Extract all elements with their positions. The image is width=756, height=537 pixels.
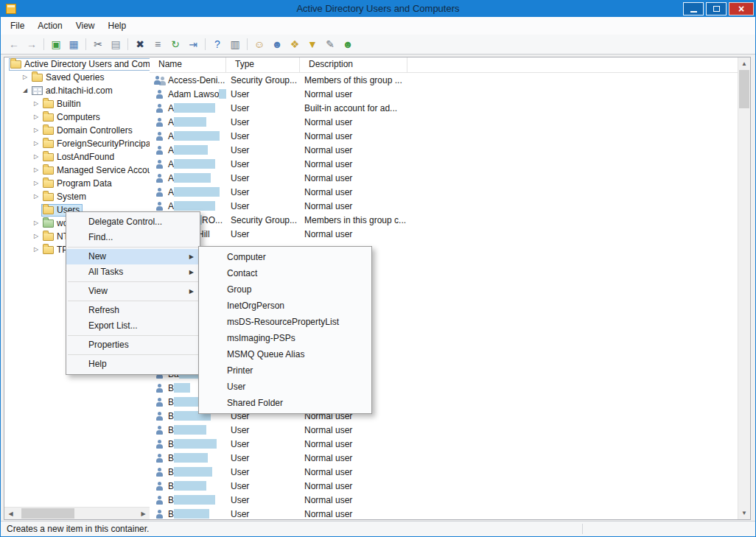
list-row[interactable]: RO...Security Group...Members in this gr… [150, 213, 750, 227]
new-submenu-item-inetorgperson[interactable]: InetOrgPerson [199, 298, 371, 314]
tree-item-label[interactable]: Computers [41, 111, 103, 124]
minimize-button[interactable] [683, 2, 704, 15]
set-filter-icon[interactable]: ▼ [304, 35, 321, 53]
list-row[interactable]: AUserNormal user [150, 143, 750, 157]
close-button[interactable]: × [729, 2, 754, 15]
new-submenu-item-computer[interactable]: Computer [199, 249, 371, 265]
tree-item-program-data[interactable]: ▷Program Data [4, 177, 150, 190]
tree-collapsed-arrow-icon[interactable]: ▷ [31, 110, 41, 124]
tree-collapsed-arrow-icon[interactable]: ▷ [31, 97, 41, 110]
tree-item-domain-controllers[interactable]: ▷Domain Controllers [4, 124, 150, 137]
tree-collapsed-arrow-icon[interactable]: ▷ [31, 150, 41, 164]
cut-icon[interactable]: ✂ [89, 35, 107, 53]
tree-collapsed-arrow-icon[interactable]: ▷ [31, 230, 41, 243]
context-menu-item-all-tasks[interactable]: All Tasks▶ [66, 264, 200, 280]
tree-item-label[interactable]: LostAndFound [41, 151, 117, 164]
scroll-right-icon[interactable]: ▶ [137, 508, 150, 519]
new-submenu-item-contact[interactable]: Contact [199, 265, 371, 281]
scroll-track[interactable] [738, 70, 750, 507]
tree-item-label[interactable]: System [41, 191, 89, 203]
tree-item-builtin[interactable]: ▷Builtin [4, 97, 150, 110]
tree-collapsed-arrow-icon[interactable]: ▷ [31, 164, 41, 177]
refresh-icon[interactable]: ↻ [167, 35, 184, 53]
tree-item-label[interactable]: Builtin [41, 98, 84, 110]
maximize-button[interactable] [706, 2, 727, 15]
console-window-icon[interactable]: ▦ [65, 35, 83, 53]
scroll-down-icon[interactable]: ▼ [738, 507, 750, 519]
tree-item-computers[interactable]: ▷Computers [4, 110, 150, 124]
menu-action[interactable]: Action [31, 17, 69, 35]
column-header-description[interactable]: Description [300, 57, 407, 72]
context-menu-item-view[interactable]: View▶ [66, 284, 200, 299]
column-header-type[interactable]: Type [226, 57, 300, 72]
scroll-thumb[interactable] [739, 70, 749, 108]
tree-horizontal-scrollbar[interactable]: ◀ ▶ [4, 507, 150, 519]
list-row[interactable]: BUserNormal user [150, 493, 750, 507]
paste-icon[interactable]: ▤ [107, 35, 125, 53]
help-icon[interactable]: ? [209, 35, 226, 53]
show-console-tree-icon[interactable]: ▣ [47, 35, 65, 53]
context-menu-item-delegate-control[interactable]: Delegate Control... [66, 214, 200, 230]
list-row[interactable]: Access-Deni...Security Group...Members o… [150, 73, 750, 87]
new-submenu-item-group[interactable]: Group [199, 281, 371, 298]
tree-item-managed-service-accour[interactable]: ▷Managed Service Accour [4, 164, 150, 177]
tree-item-foreignsecurityprincipal[interactable]: ▷ForeignSecurityPrincipal: [4, 137, 150, 150]
menu-view[interactable]: View [69, 17, 102, 35]
list-vertical-scrollbar[interactable]: ▲ ▼ [738, 57, 750, 519]
menu-file[interactable]: File [4, 17, 31, 35]
edit-icon[interactable]: ✎ [321, 35, 339, 53]
context-menu-item-find[interactable]: Find... [66, 230, 200, 245]
list-row[interactable]: AUserNormal user [150, 157, 750, 171]
tree-item-ad-hitachi-id-com[interactable]: ◢ad.hitachi-id.com [4, 84, 150, 97]
tree-collapsed-arrow-icon[interactable]: ▷ [31, 190, 41, 203]
list-row[interactable]: HillUserNormal user [150, 227, 750, 241]
tree-collapsed-arrow-icon[interactable]: ▷ [31, 137, 41, 150]
create-group-icon[interactable]: ☻ [268, 35, 286, 53]
tree-item-label[interactable]: ad.hitachi-id.com [30, 85, 116, 97]
delegate-control-icon[interactable]: ☻ [339, 35, 357, 53]
context-menu-item-refresh[interactable]: Refresh [66, 303, 200, 318]
tree-expanded-arrow-icon[interactable]: ◢ [20, 84, 30, 97]
view-list-icon[interactable]: ▥ [226, 35, 244, 53]
scroll-track[interactable] [17, 508, 137, 519]
back-icon[interactable]: ← [5, 35, 23, 53]
tree-collapsed-arrow-icon[interactable]: ▷ [31, 177, 41, 190]
tree-item-lostandfound[interactable]: ▷LostAndFound [4, 150, 150, 164]
tree-item-label[interactable]: Domain Controllers [41, 124, 136, 137]
context-menu-item-new[interactable]: New▶ [66, 249, 200, 264]
titlebar[interactable]: Active Directory Users and Computers × [1, 1, 755, 17]
tree-item-label[interactable]: Program Data [41, 178, 115, 190]
delete-icon[interactable]: ✖ [131, 35, 149, 53]
tree-item-saved-queries[interactable]: ▷Saved Queries [4, 71, 150, 84]
tree-item-system[interactable]: ▷System [4, 190, 150, 203]
scroll-up-icon[interactable]: ▲ [738, 57, 750, 70]
new-submenu-item-shared-folder[interactable]: Shared Folder [199, 395, 371, 411]
list-row[interactable]: AUserNormal user [150, 185, 750, 199]
list-row[interactable]: BUserNormal user [150, 423, 750, 437]
new-submenu-item-printer[interactable]: Printer [199, 362, 371, 379]
new-submenu-item-msds-resourcepropertylist[interactable]: msDS-ResourcePropertyList [199, 314, 371, 330]
list-row[interactable]: BUserNormal user [150, 507, 750, 520]
list-row[interactable]: BUserNormal user [150, 465, 750, 479]
list-row[interactable]: BUserNormal user [150, 451, 750, 465]
export-list-icon[interactable]: ⇥ [184, 35, 202, 53]
create-user-icon[interactable]: ☺ [251, 35, 268, 53]
tree-collapsed-arrow-icon[interactable]: ▷ [31, 124, 41, 137]
scroll-left-icon[interactable]: ◀ [4, 508, 17, 519]
tree-item-label[interactable]: Saved Queries [30, 71, 107, 84]
tree-item-label[interactable]: Managed Service Accour [41, 164, 150, 177]
list-row[interactable]: AUserNormal user [150, 129, 750, 143]
context-menu-item-help[interactable]: Help [66, 357, 200, 372]
property-list-icon[interactable]: ≡ [149, 35, 167, 53]
context-menu-item-export-list[interactable]: Export List... [66, 318, 200, 334]
new-submenu-item-user[interactable]: User [199, 379, 371, 395]
context-menu-item-properties[interactable]: Properties [66, 337, 200, 353]
new-submenu-item-msmq-queue-alias[interactable]: MSMQ Queue Alias [199, 346, 371, 362]
list-row[interactable]: BUserNormal user [150, 479, 750, 493]
list-row[interactable]: AUserBuilt-in account for ad... [150, 101, 750, 115]
tree-item-label[interactable]: Active Directory Users and Com [9, 58, 150, 71]
tree-collapsed-arrow-icon[interactable]: ▷ [20, 71, 30, 84]
new-submenu-item-msimaging-psps[interactable]: msImaging-PSPs [199, 330, 371, 346]
create-ou-icon[interactable]: ❖ [286, 35, 304, 53]
tree-collapsed-arrow-icon[interactable]: ▷ [31, 217, 41, 230]
